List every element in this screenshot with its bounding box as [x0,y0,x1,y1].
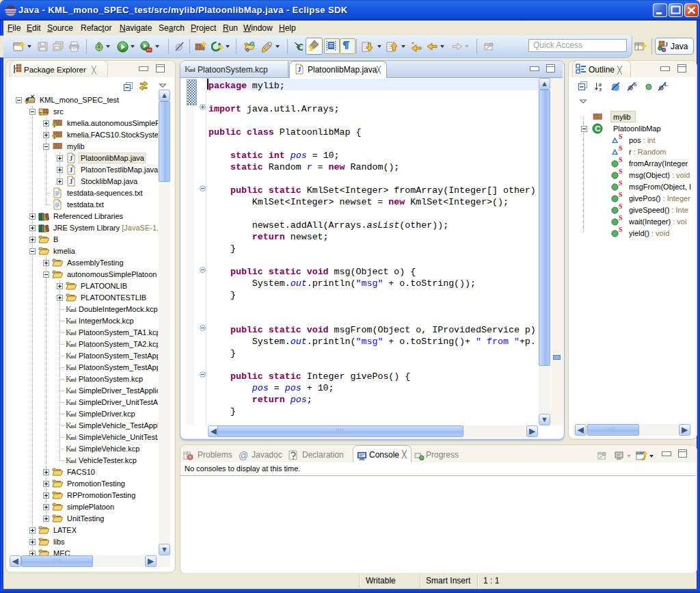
svg-text:J: J [665,41,669,48]
